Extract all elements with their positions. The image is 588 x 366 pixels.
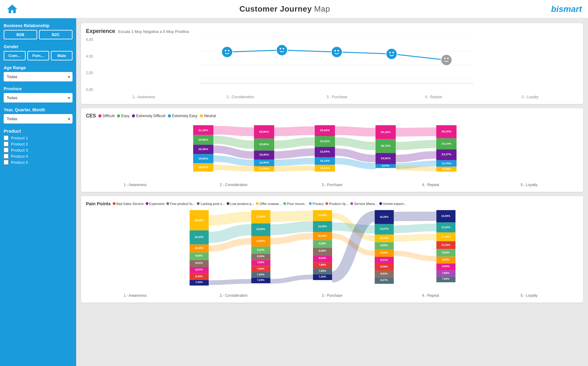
pain-points-sankey-svg: 26,52% 18,43% 10,43% 9,92% 9,01% 8,67% 8… xyxy=(86,209,578,291)
product-3-checkbox[interactable] xyxy=(4,148,9,152)
pp-legend-bad-sales: Bad Sales Service xyxy=(113,202,144,206)
ces-legend-neutral: Neutral xyxy=(200,114,216,118)
province-label: Province xyxy=(4,86,73,91)
business-relationship-label: Business Relationship xyxy=(4,23,73,28)
experience-title: Experience xyxy=(86,28,115,34)
svg-text:9,36%: 9,36% xyxy=(380,251,388,254)
svg-text:7,50%: 7,50% xyxy=(257,273,264,276)
svg-text:14,49%: 14,49% xyxy=(318,214,327,217)
svg-point-10 xyxy=(283,48,284,49)
ces-x-consideration: 2.- Consideration xyxy=(184,183,283,187)
svg-text:28,16%: 28,16% xyxy=(441,130,452,133)
svg-text:8,47%: 8,47% xyxy=(380,278,388,282)
experience-card: Experience Escala 1 Muy Negativa a 5 Muy… xyxy=(81,23,583,104)
gender-male-button[interactable]: Male xyxy=(51,51,73,60)
svg-text:7,34%: 7,34% xyxy=(195,281,203,284)
product-1-checkbox[interactable] xyxy=(4,135,9,140)
ces-legend-extremely-easy: Extremely Easy xyxy=(168,114,197,118)
pp-legend-low-product: Low product q... xyxy=(227,202,254,206)
province-select[interactable]: Todas xyxy=(4,93,73,102)
easy-dot xyxy=(117,114,120,117)
ces-title: CES xyxy=(86,113,96,119)
pp-legend-service-mana: Service Mana... xyxy=(350,202,377,206)
svg-text:9,01%: 9,01% xyxy=(195,261,203,264)
ces-x-labels: 1.- Awareness 2.- Consideration 3.- Purc… xyxy=(86,181,578,187)
age-range-select[interactable]: Todas xyxy=(4,72,73,81)
neutral-dot xyxy=(200,114,203,117)
svg-point-5 xyxy=(222,47,233,58)
gender-female-button[interactable]: Fem... xyxy=(27,51,49,60)
list-item[interactable]: Product 1 xyxy=(4,135,73,140)
svg-text:10,54%: 10,54% xyxy=(442,167,451,170)
age-range-label: Age Range xyxy=(4,65,73,70)
product-2-checkbox[interactable] xyxy=(4,142,9,146)
pain-points-title: Pain Points xyxy=(86,201,111,206)
svg-text:17,40%: 17,40% xyxy=(256,215,265,218)
svg-text:26,52%: 26,52% xyxy=(194,219,204,222)
svg-text:9,92%: 9,92% xyxy=(195,254,203,257)
product-5-label: Product 5 xyxy=(11,160,28,165)
year-quarter-month-select[interactable]: Todas xyxy=(4,114,73,124)
svg-point-6 xyxy=(225,50,226,52)
experience-subtitle: Escala 1 Muy Negativa a 5 Muy Positiva xyxy=(118,29,189,34)
svg-text:11,49%: 11,49% xyxy=(441,235,450,238)
home-icon[interactable] xyxy=(6,3,18,15)
product-4-checkbox[interactable] xyxy=(4,154,9,159)
exp-x-consideration: 2.- Consideration xyxy=(192,95,289,99)
extremely-easy-dot xyxy=(168,114,171,117)
svg-text:8,34%: 8,34% xyxy=(195,275,203,278)
list-item[interactable]: Product 5 xyxy=(4,160,73,165)
svg-point-11 xyxy=(331,47,342,58)
svg-text:13,67%: 13,67% xyxy=(380,227,389,230)
svg-text:9,00%: 9,00% xyxy=(442,265,450,268)
product-3-label: Product 3 xyxy=(11,148,28,152)
privacy-dot xyxy=(309,202,312,205)
svg-text:16,09%: 16,09% xyxy=(441,214,450,217)
year-quarter-month-section: Year, Quarter, Month Todas ▾ xyxy=(4,107,73,124)
svg-text:9,00%: 9,00% xyxy=(442,258,450,261)
experience-x-axis: 1.- Awareness 2.- Consideration 3.- Purc… xyxy=(95,94,578,99)
ces-header: CES Difficult Easy Extremely Difficult E… xyxy=(86,113,578,119)
svg-text:8,62%: 8,62% xyxy=(380,272,388,275)
svg-text:9,06%: 9,06% xyxy=(380,265,388,268)
svg-text:23,44%: 23,44% xyxy=(320,128,330,132)
gender-combined-button[interactable]: Com... xyxy=(4,51,26,60)
extremely-difficult-dot xyxy=(132,114,135,117)
exp-x-loyalty: 5.- Loyalty xyxy=(482,95,578,99)
svg-text:13,22%: 13,22% xyxy=(441,226,450,229)
pain-points-x-labels: 1.- Awareness 2.- Consideration 3.- Purc… xyxy=(86,292,578,298)
svg-text:19,40%: 19,40% xyxy=(259,153,269,156)
list-item[interactable]: Product 2 xyxy=(4,142,73,146)
b2b-button[interactable]: B2B xyxy=(4,30,37,39)
pp-x-purchase: 3.- Purchase xyxy=(283,293,381,298)
exp-x-awareness: 1.- Awareness xyxy=(95,95,192,99)
pain-points-header: Pain Points Bad Sales Service Expensive … xyxy=(86,201,578,206)
svg-text:18,28%: 18,28% xyxy=(380,215,389,218)
product-1-label: Product 1 xyxy=(11,136,28,140)
svg-text:10,60%: 10,60% xyxy=(318,234,327,237)
svg-text:16,14%: 16,14% xyxy=(320,159,330,162)
svg-text:8,67%: 8,67% xyxy=(195,268,203,271)
pp-legend-lacking-post: Lacking post s... xyxy=(197,202,225,206)
svg-text:24,14%: 24,14% xyxy=(441,142,452,145)
svg-text:7,89%: 7,89% xyxy=(319,263,326,266)
b2c-button[interactable]: B2C xyxy=(39,30,73,39)
ces-x-loyalty: 5.- Loyalty xyxy=(480,183,578,187)
product-5-checkbox[interactable] xyxy=(4,160,9,165)
ces-legend-easy: Easy xyxy=(117,114,129,118)
svg-text:8,30%: 8,30% xyxy=(257,255,264,258)
ces-legend-extremely-difficult: Extremely Difficult xyxy=(132,114,165,118)
exp-x-purchase: 3.- Purchase xyxy=(289,95,385,99)
svg-text:9,66%: 9,66% xyxy=(380,244,388,247)
svg-text:7,90%: 7,90% xyxy=(257,261,264,264)
pain-points-legend: Bad Sales Service Expensive Few product … xyxy=(113,202,406,206)
expensive-dot xyxy=(146,202,148,205)
svg-text:25,80%: 25,80% xyxy=(259,142,269,146)
experience-chart-svg xyxy=(95,38,578,92)
app-logo: bismart xyxy=(551,4,582,14)
list-item[interactable]: Product 3 xyxy=(4,148,73,152)
experience-chart-area: 1.- Awareness 2.- Consideration 3.- Purc… xyxy=(95,38,578,99)
sidebar: Business Relationship B2B B2C Gender Com… xyxy=(0,18,76,366)
list-item[interactable]: Product 4 xyxy=(4,154,73,159)
svg-text:23,92%: 23,92% xyxy=(381,156,391,160)
